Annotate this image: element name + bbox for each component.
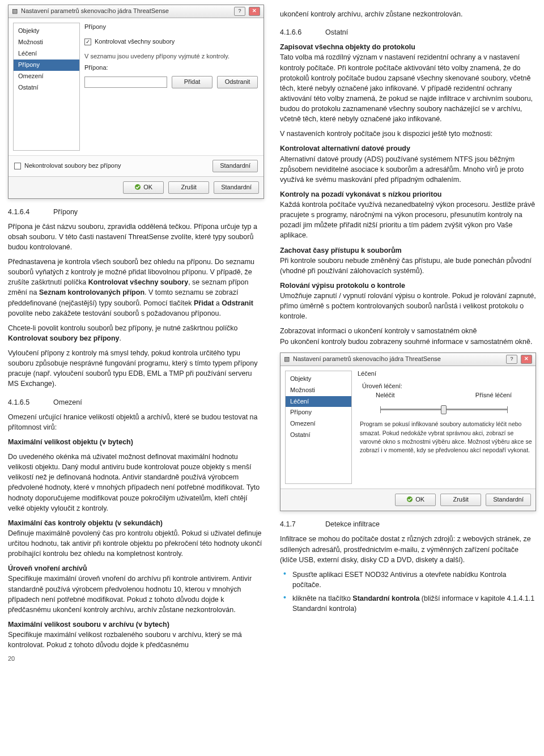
slider-left-label: Neléčit [376, 391, 395, 400]
para: Zapisovat všechna objekty do protokoluTa… [280, 42, 536, 124]
cancel-button[interactable]: Zrušit [440, 494, 481, 506]
sidebar-item-pripony[interactable]: Přípony [286, 407, 351, 418]
page-number: 20 [8, 655, 264, 664]
level-label: Úroveň léčení: [362, 382, 534, 391]
sidebar-item-ostatni[interactable]: Ostatní [286, 430, 351, 441]
sidebar-item-objekty[interactable]: Objekty [14, 26, 79, 37]
section-4164-heading: 4.1.6.4Přípony [8, 207, 264, 217]
sec-title: Omezení [53, 398, 82, 406]
t: Umožňuje zapnutí / vypnutí rolování výpi… [280, 292, 536, 320]
t: . [120, 334, 121, 342]
t: a [214, 299, 222, 307]
list-item: klikněte na tlačítko Standardní kontrola… [280, 593, 536, 614]
sidebar-item-moznosti[interactable]: Možnosti [14, 37, 79, 48]
checkbox-all-files[interactable]: ✓ Kontrolovat všechny soubory [84, 37, 175, 46]
group-header: Léčení [358, 369, 534, 379]
para: Chcete-li povolit kontrolu souborů bez p… [8, 323, 264, 343]
sidebar-item-leceni[interactable]: Léčení [14, 48, 79, 60]
para: Úroveň vnoření archívůSpecifikuje maximá… [8, 563, 264, 615]
section-4165-heading: 4.1.6.5Omezení [8, 397, 264, 407]
section-4166-heading: 4.1.6.6Ostatní [280, 27, 536, 37]
t-bold: Maximální velikost objektu (v bytech) [8, 438, 133, 446]
t-bold: Seznam kontrolovaných přípon [39, 288, 144, 296]
add-button[interactable]: Přidat [172, 76, 212, 88]
sidebar-item-objekty[interactable]: Objekty [286, 373, 351, 385]
para: Přípona je část názvu souboru, zpravidla… [8, 222, 264, 252]
t: klikněte na tlačítko [292, 594, 352, 602]
slider-thumb[interactable] [441, 405, 447, 414]
ok-label: OK [415, 496, 424, 503]
left-column: ▧ Nastavení parametrů skenovacího jádra … [8, 5, 264, 664]
t: Definuje maximálně povolený čas pro kont… [8, 529, 262, 558]
help-button[interactable] [506, 355, 517, 364]
t: Každá kontrola počítače využívá nezanedb… [280, 201, 535, 239]
standard-button[interactable]: Standardní [486, 494, 531, 506]
sec-num: 4.1.6.5 [8, 397, 53, 407]
t-bold: Zapisovat všechna objekty do protokolu [280, 43, 415, 51]
sidebar-item-omezeni[interactable]: Omezení [286, 418, 351, 430]
para: Infiltrace se mohou do počítače dostat z… [280, 534, 536, 564]
sidebar-item-omezeni[interactable]: Omezení [14, 71, 79, 82]
app-icon: ▧ [12, 7, 18, 16]
dialog2-titlebar[interactable]: ▧ Nastavení parametrů skenovacího jádra … [280, 353, 536, 366]
sec-num: 4.1.6.6 [280, 27, 325, 37]
sidebar-item-leceni[interactable]: Léčení [286, 396, 351, 407]
checkbox-icon [14, 163, 21, 169]
para: Kontrolovat alternativní datové proudyAl… [280, 143, 536, 185]
t-bold: Přidat [194, 299, 214, 307]
sec-title: Detekce infiltrace [325, 520, 380, 528]
standard-button[interactable]: Standardní [214, 181, 259, 194]
ok-button[interactable]: OK [395, 494, 436, 506]
t: Tato volba má rozdílný význam v nastaven… [280, 53, 533, 123]
remove-button[interactable]: Odstranit [217, 76, 258, 88]
help-button[interactable] [234, 7, 245, 16]
para: Rolování výpisu protokolu o kontroleUmož… [280, 281, 536, 322]
para: Do uvedeného okénka má uživatel možnost … [8, 452, 264, 513]
t-bold: Kontrolovat alternativní datové proudy [280, 145, 410, 152]
t: povolíte nebo zakážete testování souborů… [8, 309, 221, 317]
checkbox-noext[interactable]: Nekontrolovat soubory bez přípony [14, 162, 121, 171]
t-bold: Kontrolovat soubory bez přípony [8, 334, 120, 342]
t: Specifikuje maximální úroveň vnoření do … [8, 575, 252, 613]
ok-icon [134, 184, 141, 190]
ok-button[interactable]: OK [123, 181, 164, 194]
close-button[interactable] [521, 355, 532, 364]
para: Maximální čas kontroly objektu (v sekund… [8, 518, 264, 559]
dialog2-content: Léčení Úroveň léčení: Neléčit Přísné léč… [356, 366, 536, 489]
para: Vyloučení přípony z kontroly má smysl te… [8, 348, 264, 389]
sec-num: 4.1.6.4 [8, 207, 53, 217]
para: Zachovat časy přístupu k souborůmPři kon… [280, 245, 536, 276]
slider-right-label: Přísné léčení [475, 391, 512, 400]
pripona-input[interactable] [84, 77, 167, 88]
dialog-leceni: ▧ Nastavení parametrů skenovacího jádra … [280, 352, 536, 512]
page: ▧ Nastavení parametrů skenovacího jádra … [8, 5, 536, 664]
cancel-button[interactable]: Zrušit [168, 181, 209, 194]
close-button[interactable] [249, 7, 260, 16]
t-bold: Maximální velikost souboru v archívu (v … [8, 621, 169, 628]
dialog2-title: Nastavení parametrů skenovacího jádra Th… [293, 355, 503, 364]
dialog2-note: Program se pokusí infikované soubory aut… [360, 420, 532, 455]
sidebar-item-moznosti[interactable]: Možnosti [286, 385, 351, 396]
t: Spusťte aplikaci ESET NOD32 Antivirus a … [292, 571, 507, 589]
t: Při kontrole souboru nebude změněný čas … [280, 257, 532, 275]
dialog1-titlebar[interactable]: ▧ Nastavení parametrů skenovacího jádra … [8, 5, 264, 18]
t: Specifikuje maximální velikost rozbalené… [8, 631, 242, 649]
inner-standard-button[interactable]: Standardní [212, 160, 258, 172]
sidebar-item-pripony[interactable]: Přípony [14, 60, 79, 71]
input-row: Přidat Odstranit [84, 76, 258, 88]
sidebar-item-ostatni[interactable]: Ostatní [14, 82, 79, 94]
pripona-label: Přípona: [84, 63, 258, 73]
para: ukončení kontroly archívu, archív zůstan… [280, 9, 536, 19]
t-bold: Rolování výpisu protokolu o kontrole [280, 282, 405, 290]
t-bold: Odstranit [222, 299, 253, 307]
t-bold: Standardní kontrola [352, 594, 419, 602]
subhead: Maximální velikost objektu (v bytech) [8, 437, 264, 447]
ok-icon [406, 496, 413, 503]
healing-slider[interactable] [380, 403, 507, 417]
t-bold: Maximální čas kontroly objektu (v sekund… [8, 519, 163, 527]
sec-title: Přípony [53, 208, 78, 216]
t: Chcete-li povolit kontrolu souborů bez p… [8, 324, 238, 332]
para: Kontroly na pozadí vykonávat s nízkou pr… [280, 189, 536, 241]
sec-title: Ostatní [325, 28, 348, 36]
para: Zobrazovat informaci o ukončení kontroly… [280, 326, 536, 346]
